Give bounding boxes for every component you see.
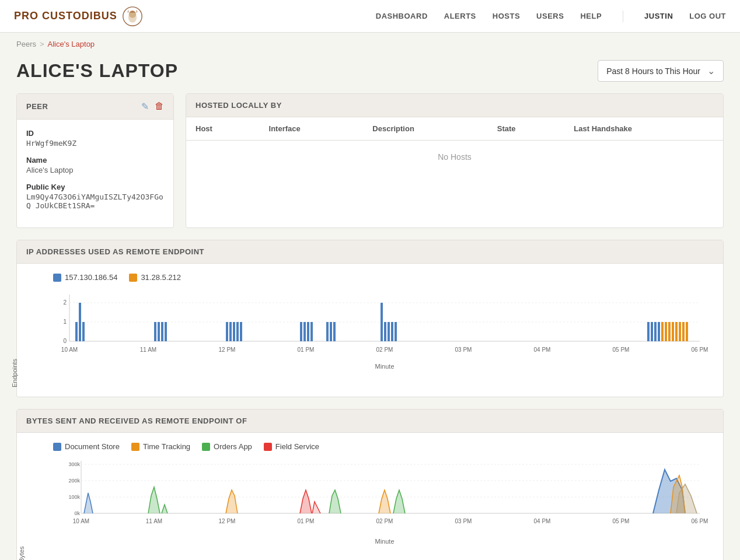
svg-rect-49 [668, 322, 671, 341]
time-range-label: Past 8 Hours to This Hour [606, 66, 700, 76]
svg-rect-27 [229, 322, 232, 341]
legend-time-label: Time Tracking [143, 442, 190, 451]
breadcrumb: Peers > Alice's Laptop [0, 33, 740, 55]
svg-text:10 AM: 10 AM [73, 518, 89, 524]
bytes-chart-svg: 0k 100k 200k 300k 10 AM 11 AM 12 PM 01 P… [53, 458, 716, 534]
svg-text:01 PM: 01 PM [298, 518, 315, 524]
svg-text:06 PM: 06 PM [692, 518, 708, 524]
legend-time: Time Tracking [131, 442, 190, 451]
bytes-chart-title: Bytes Sent and Received as Remote Endpoi… [17, 410, 723, 433]
legend-doc-dot [53, 443, 61, 451]
no-data-label: No Hosts [186, 141, 723, 174]
legend-orders: Orders App [202, 442, 252, 451]
legend-orders-label: Orders App [214, 442, 252, 451]
legend-field-dot [264, 443, 272, 451]
legend-ip1-label: 157.130.186.54 [65, 273, 117, 282]
svg-text:04 PM: 04 PM [534, 518, 551, 524]
svg-rect-38 [381, 303, 383, 341]
svg-rect-43 [647, 322, 650, 341]
hosted-card: Hosted Locally By Host Interface Descrip… [186, 93, 724, 228]
svg-text:1: 1 [63, 318, 67, 325]
col-host: Host [186, 117, 260, 141]
ip-y-axis-label: Endpoints [11, 289, 18, 387]
breadcrumb-parent[interactable]: Peers [16, 40, 36, 48]
svg-rect-40 [388, 322, 390, 341]
legend-field-label: Field Service [275, 442, 319, 451]
svg-text:0: 0 [63, 338, 67, 344]
svg-rect-41 [391, 322, 393, 341]
svg-rect-33 [307, 322, 309, 341]
peer-card: Peer ✎ 🗑 ID HrWgf9meK9Z Name Alice's Lap… [16, 93, 174, 228]
ip-chart-svg: 0 1 2 10 AM 11 AM 12 PM 01 PM 02 PM 03 P… [53, 289, 716, 359]
svg-rect-31 [300, 322, 302, 341]
svg-rect-35 [326, 322, 329, 341]
col-last-handshake: Last Handshake [564, 117, 723, 141]
nav-divider [623, 10, 623, 22]
legend-orders-dot [202, 443, 210, 451]
col-state: State [488, 117, 565, 141]
svg-rect-32 [303, 322, 306, 341]
peer-id-value: HrWgf9meK9Z [26, 139, 164, 148]
svg-text:01 PM: 01 PM [298, 346, 315, 353]
time-range-selector[interactable]: Past 8 Hours to This Hour ⌄ [598, 60, 724, 82]
nav-hosts[interactable]: Hosts [493, 9, 520, 23]
breadcrumb-separator: > [40, 40, 44, 48]
nav-users[interactable]: Users [536, 9, 564, 23]
hosts-table: Host Interface Description State Last Ha… [186, 117, 723, 173]
svg-text:0k: 0k [74, 510, 80, 516]
peer-card-header: Peer ✎ 🗑 [17, 94, 173, 120]
legend-ip1-dot [53, 274, 61, 282]
delete-icon[interactable]: 🗑 [155, 101, 164, 112]
legend-ip2-dot [129, 274, 137, 282]
svg-rect-48 [665, 322, 667, 341]
svg-text:12 PM: 12 PM [219, 518, 236, 524]
nav-logout[interactable]: Log Out [689, 9, 726, 23]
svg-text:300k: 300k [68, 461, 80, 467]
svg-rect-28 [233, 322, 235, 341]
svg-text:02 PM: 02 PM [376, 346, 393, 353]
svg-text:12 PM: 12 PM [219, 346, 236, 353]
bytes-y-axis-label: Bytes [18, 458, 25, 560]
svg-text:05 PM: 05 PM [613, 346, 630, 353]
no-data-row: No Hosts [186, 141, 723, 174]
svg-text:10 AM: 10 AM [61, 346, 78, 353]
svg-rect-42 [395, 322, 397, 341]
header: PRO CUSTODIBUS Dashboard Alerts Hosts Us… [0, 0, 740, 33]
edit-icon[interactable]: ✎ [141, 101, 149, 112]
svg-rect-37 [333, 322, 336, 341]
svg-rect-24 [161, 322, 163, 341]
svg-rect-52 [679, 322, 681, 341]
bytes-chart-legend: Document Store Time Tracking Orders App … [24, 442, 716, 451]
svg-rect-22 [154, 322, 156, 341]
svg-rect-39 [384, 322, 386, 341]
peer-actions: ✎ 🗑 [141, 101, 164, 112]
ip-chart-card: IP Addresses Used as Remote Endpoint 157… [16, 240, 724, 397]
nav-dashboard[interactable]: Dashboard [376, 9, 428, 23]
peer-name-value: Alice's Laptop [26, 166, 164, 174]
logo-icon [122, 6, 143, 27]
main-content: Peer ✎ 🗑 ID HrWgf9meK9Z Name Alice's Lap… [0, 93, 740, 560]
peer-pubkey-value: Lm9Qy47G3O6iYAMguISZLTy42O3FGoQ JoUkCBEt… [26, 192, 164, 210]
bytes-x-axis-label: Minute [53, 538, 716, 545]
svg-rect-53 [682, 322, 685, 341]
bytes-chart-area: Bytes 0k 100k 200k 300k 10 A [24, 458, 716, 560]
svg-text:11 AM: 11 AM [146, 518, 162, 524]
bytes-chart-body: Document Store Time Tracking Orders App … [17, 433, 723, 560]
svg-text:11 AM: 11 AM [140, 346, 156, 353]
svg-rect-36 [330, 322, 332, 341]
col-interface: Interface [260, 117, 364, 141]
peer-pubkey-field: Public Key Lm9Qy47G3O6iYAMguISZLTy42O3FG… [26, 183, 164, 210]
nav-help[interactable]: Help [580, 9, 602, 23]
svg-rect-54 [686, 322, 688, 341]
legend-time-dot [131, 443, 139, 451]
svg-rect-21 [82, 322, 85, 341]
svg-rect-51 [675, 322, 678, 341]
svg-rect-29 [236, 322, 239, 341]
nav-user[interactable]: JusTIN [644, 9, 673, 23]
nav-alerts[interactable]: Alerts [444, 9, 476, 23]
peer-id-label: ID [26, 129, 164, 138]
svg-rect-47 [661, 322, 664, 341]
peer-section-title: Peer [26, 102, 48, 111]
legend-ip1: 157.130.186.54 [53, 273, 117, 282]
bytes-chart-card: Bytes Sent and Received as Remote Endpoi… [16, 409, 724, 560]
